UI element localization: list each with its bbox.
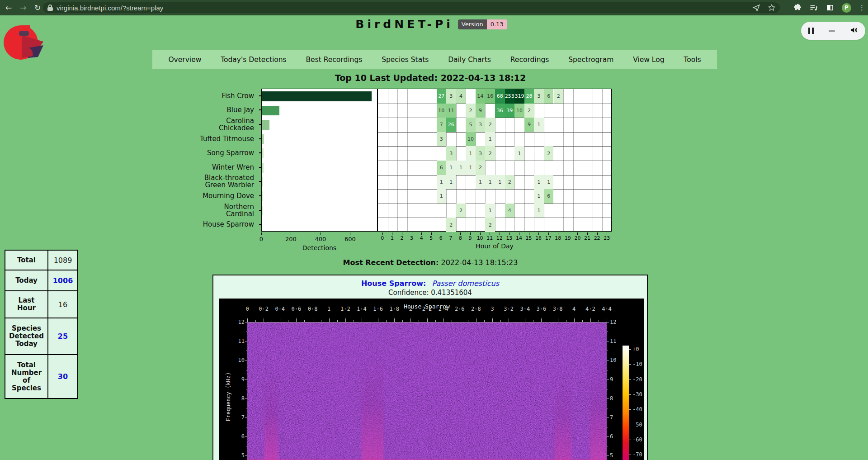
nav-item-tools[interactable]: Tools (684, 56, 701, 64)
spectrogram-time-label: 1·8 (389, 306, 399, 312)
heatmap-cell: 1 (446, 175, 456, 190)
bookmark-star-icon[interactable] (767, 3, 776, 12)
bar-xtick-mark (261, 232, 262, 235)
spectrogram-time-label: 1 (327, 306, 330, 312)
spectrogram-time-label: 3·8 (553, 306, 563, 312)
heatmap-row-line (378, 189, 611, 190)
species-tick-label: Northern Cardinal (224, 203, 254, 218)
spectrogram-streak (554, 372, 571, 460)
hour-tick-mark (568, 232, 568, 235)
heatmap-row-line (378, 104, 611, 104)
stats-label: Total (5, 250, 48, 270)
hour-tick-mark (392, 232, 392, 235)
spectrogram-freq-minortick (607, 446, 608, 446)
hour-tick-mark (451, 232, 451, 235)
stats-label: Today (5, 270, 48, 291)
species-link[interactable]: House Sparrow: (361, 279, 426, 288)
nav-item-today-s-detections[interactable]: Today's Detections (221, 56, 286, 64)
nav-item-best-recordings[interactable]: Best Recordings (306, 56, 362, 64)
bar-xtick-label: 400 (315, 236, 326, 242)
spectrogram-freq-tick (245, 379, 247, 380)
species-tick-label: Blue Jay (227, 106, 254, 114)
stats-value-link[interactable]: 30 (48, 355, 78, 398)
spectrogram-time-minortick (255, 320, 256, 322)
spectrogram-freq-minortick (607, 427, 608, 427)
hour-tick-label: 11 (486, 235, 493, 241)
hour-tick-mark (577, 232, 578, 235)
spectrogram-freq-tick (245, 322, 247, 322)
lock-icon[interactable] (47, 5, 53, 11)
heatmap-cell: 68 (495, 89, 505, 104)
nav-item-overview[interactable]: Overview (168, 56, 201, 64)
spectrogram-freq-tick (245, 436, 247, 437)
heatmap-cell: 2 (466, 104, 476, 118)
scientific-name-link[interactable]: Passer domesticus (432, 279, 499, 288)
stats-value-link[interactable]: 25 (48, 318, 78, 355)
heatmap-cell: 9 (476, 104, 486, 118)
share-icon[interactable] (752, 3, 761, 12)
spectrogram-freq-label: 9 (232, 376, 245, 383)
spectrogram-time-label: 2·2 (422, 306, 432, 312)
spectrogram-time-minortick (533, 320, 533, 322)
stats-value-link[interactable]: 1006 (48, 270, 78, 291)
spectrogram-time-tick (280, 318, 280, 322)
heatmap-gridline (583, 89, 583, 231)
heatmap-cell: 39 (505, 104, 515, 118)
nav-item-species-stats[interactable]: Species Stats (382, 56, 429, 64)
browser-menu-icon[interactable]: ⋮ (859, 4, 865, 12)
hour-tick-label: 1 (391, 235, 394, 241)
spectrogram-freq-label: 9 (610, 376, 613, 383)
bar-xtick-label: 0 (259, 236, 263, 242)
spectrogram-freq-minortick (246, 351, 247, 351)
spectrogram-time-tick (296, 318, 297, 322)
media-playlist-icon[interactable] (809, 3, 818, 12)
stats-label: Species Detected Today (5, 318, 48, 355)
stats-row: Today1006 (5, 270, 78, 291)
hour-tick-label: 18 (555, 235, 561, 241)
hour-tick-label: 3 (410, 235, 413, 241)
hour-tick-label: 13 (506, 235, 512, 241)
nav-item-spectrogram[interactable]: Spectrogram (568, 56, 613, 64)
stats-row: Last Hour16 (5, 291, 78, 318)
heatmap-cell: 1 (476, 175, 486, 190)
reload-button[interactable]: ↻ (32, 2, 43, 14)
profile-avatar[interactable]: P (842, 3, 851, 13)
bar (262, 163, 264, 173)
spectrogram-freq-label: 6 (232, 433, 245, 440)
spectrogram-time-tick (460, 318, 460, 322)
hour-tick-label: 7 (449, 235, 452, 241)
nav-item-recordings[interactable]: Recordings (510, 56, 549, 64)
spectrogram-freq-tick (245, 360, 247, 360)
confidence-label: Confidence: (388, 289, 429, 297)
nav-item-view-log[interactable]: View Log (633, 56, 664, 64)
hour-tick-mark (509, 232, 509, 235)
heatmap-cell: 3 (446, 89, 456, 104)
heatmap-cell: 3 (534, 89, 544, 104)
spectrogram-time-tick (607, 318, 607, 322)
url-bar[interactable]: virginia.birdnetpi.com/?stream=play (43, 2, 780, 13)
spectrogram-time-tick (394, 318, 395, 322)
extensions-icon[interactable] (793, 3, 802, 12)
heatmap-cell: 6 (437, 161, 447, 175)
species-axis-labels: Fish CrowBlue JayCarolina ChickadeeTufte… (190, 89, 258, 232)
spectrogram-time-label: 0·6 (292, 306, 302, 312)
spectrogram-time-tick (329, 318, 330, 322)
heatmap-gridline (397, 89, 398, 231)
heatmap-gridline (602, 89, 603, 231)
version-value: 0.13 (487, 19, 507, 29)
spectrogram-time-tick (590, 318, 591, 322)
forward-button[interactable]: → (17, 2, 29, 14)
spectrogram-freq-minortick (607, 351, 608, 351)
heatmap-gridline (407, 89, 408, 231)
hour-tick-mark (538, 232, 539, 235)
back-button[interactable]: ← (3, 2, 14, 14)
nav-item-daily-charts[interactable]: Daily Charts (448, 56, 491, 64)
spectrogram-time-minortick (452, 320, 452, 322)
side-panel-icon[interactable] (826, 3, 835, 12)
spectrogram-time-label: 4·2 (585, 306, 595, 312)
stats-label: Last Hour (5, 291, 48, 318)
species-tick-label: Song Sparrow (207, 149, 254, 156)
most-recent-line: Most Recent Detection: 2022-04-13 18:15:… (0, 258, 861, 267)
stats-row: Total Number of Species30 (5, 355, 78, 398)
spectrogram-streak (590, 363, 607, 460)
